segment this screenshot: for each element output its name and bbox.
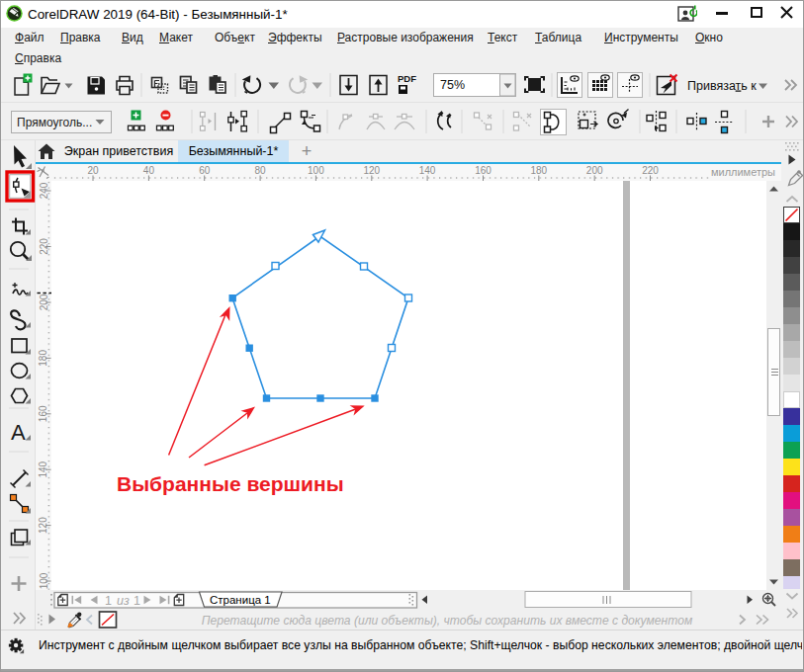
svg-text:220: 220 [642, 165, 659, 176]
svg-text:PDF: PDF [398, 73, 416, 84]
svg-text:160: 160 [475, 165, 491, 176]
svg-text:40: 40 [143, 165, 155, 176]
svg-text:миллиметры: миллиметры [711, 166, 775, 178]
svg-text:180: 180 [530, 165, 547, 176]
svg-text:Страница 1: Страница 1 [210, 594, 271, 606]
svg-text:120: 120 [363, 165, 380, 176]
svg-text:80: 80 [255, 165, 267, 176]
svg-text:из: из [117, 594, 130, 608]
svg-text:200: 200 [586, 165, 603, 176]
svg-text:Перетащите сюда цвета (или объ: Перетащите сюда цвета (или объекты), что… [202, 614, 693, 628]
svg-text:75%: 75% [440, 78, 465, 92]
svg-text:20: 20 [87, 165, 99, 176]
svg-text:Прямоуголь...: Прямоуголь... [17, 116, 92, 129]
svg-text:1: 1 [134, 594, 140, 608]
svg-text:60: 60 [199, 165, 211, 176]
svg-text:Привязать к: Привязать к [687, 79, 757, 93]
svg-text:1: 1 [105, 594, 112, 608]
svg-text:100: 100 [308, 165, 324, 176]
svg-text:140: 140 [419, 165, 436, 176]
svg-text:Выбранные вершины: Выбранные вершины [117, 472, 344, 495]
svg-text:A: A [11, 420, 26, 445]
